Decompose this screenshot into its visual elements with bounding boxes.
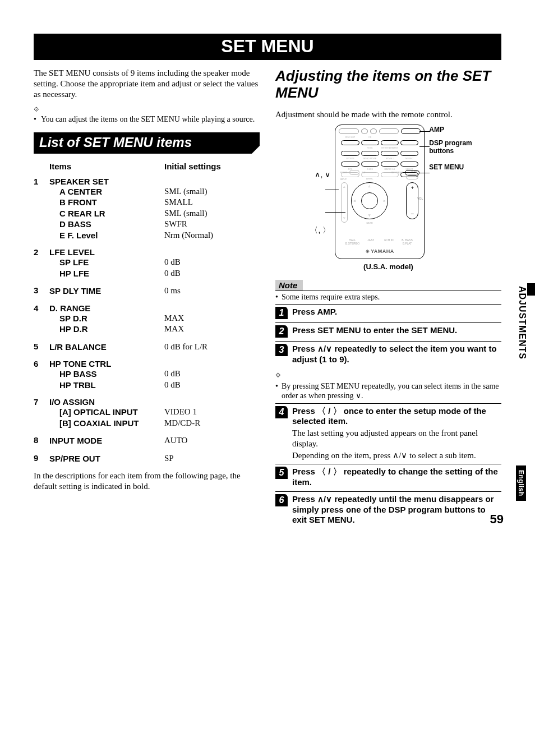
menu-item: 7I/O ASSIGN[A] OPTICAL INPUTVIDEO 1[B] C… [34,397,260,428]
remote-amp-label: AMP [429,126,472,133]
sub-item-label: A CENTER [49,186,164,197]
item-number: 8 [34,435,49,446]
item-value: 0 dB for L/R [164,342,260,353]
menu-item: 9SP/PRE OUTSP [34,453,260,464]
sub-item-value: MD/CD-R [164,418,260,429]
hint-text-2: By pressing SET MENU repeatedly, you can… [282,381,501,401]
hint-icon: ⟐ [34,104,39,113]
sub-item-value: SML (small) [164,208,260,219]
hint-text: You can adjust the items on the SET MENU… [41,114,255,125]
step-number-badge: 2 [275,325,288,338]
remote-amp-btn [401,128,421,134]
remote-figure: ∧, ∨ 〈, 〉 DISC SKIPCD [275,125,501,259]
menu-item: 2LFE LEVELSP LFE0 dBHP LFE0 dB [34,247,260,279]
sub-item-label: SP LFE [49,257,164,268]
arrow-ud-label: ∧, ∨ [315,170,330,179]
sub-item-value: SWFR [164,219,260,230]
item-number: 9 [34,453,49,464]
note-label: Note [275,280,303,291]
item-number: 4 [34,303,49,335]
step-subtext: The last setting you adjusted appears on… [292,428,501,449]
step-number-badge: 3 [275,344,288,356]
nav-symbol: ∧/∨ [393,451,407,460]
remote-dpad: LEVEL ▵ ▿ ◃ ▹ MUTE [351,182,388,219]
item-value: 0 ms [164,285,260,297]
step-number-badge: 6 [275,494,288,506]
bullet-dot: • [34,114,36,125]
item-number: 1 [34,177,49,241]
sub-item-value: VIDEO 1 [164,407,260,418]
instruction-step: 4Press 〈 / 〉 once to enter the setup mod… [275,404,501,465]
item-title: INPUT MODE [49,435,164,446]
side-lang-tab: English [516,465,526,501]
sub-item-value: Nrm (Normal) [164,230,260,241]
sub-item-label: C REAR LR [49,208,164,219]
instruction-step: 2Press SET MENU to enter the SET MENU. [275,323,501,342]
sub-item-value: 0 dB [164,257,260,268]
bullet-dot: • [275,381,278,401]
step-text: Press 〈 / 〉 once to enter the setup mode… [292,406,501,427]
intro-paragraph: The SET MENU consists of 9 items includi… [34,68,260,99]
model-caption: (U.S.A. model) [275,262,501,271]
hint-icon: ⟐ [275,370,281,379]
instruction-step: 5Press 〈 / 〉 repeatedly to change the se… [275,464,501,492]
nav-symbol: ∧/∨ [317,494,332,504]
instruction-step: 3Press ∧/∨ repeatedly to select the item… [275,342,501,368]
remote-btn [379,128,399,134]
item-title: SPEAKER SET [49,177,260,186]
remote-setmenu-label: SET MENU [429,163,472,171]
remote-btn [370,128,377,134]
item-title: D. RANGE [49,303,260,313]
item-value: SP [164,453,260,464]
step-text: Press 〈 / 〉 repeatedly to change the set… [292,467,501,488]
menu-item: 8INPUT MODEAUTO [34,435,260,446]
step-number-badge: 4 [275,406,288,418]
menu-item: 3SP DLY TIME0 ms [34,285,260,297]
closing-paragraph: In the descriptions for each item from t… [34,471,260,492]
item-title: SP DLY TIME [49,285,164,297]
col-header-items: Items [49,162,164,171]
item-number: 5 [34,342,49,353]
remote-outline: DISC SKIPCD ROCKENTERTAINMENT SPORTSMONO… [335,125,425,259]
item-title: HP TONE CTRL [49,359,260,368]
nav-symbol: 〈 / 〉 [317,467,342,476]
remote-btn [361,128,368,134]
menu-item: 5L/R BALANCE0 dB for L/R [34,342,260,353]
sub-item-label: HP LFE [49,268,164,279]
sub-item-label: B FRONT [49,197,164,208]
item-title: L/R BALANCE [49,342,164,353]
remote-vol: + – [406,182,418,219]
step-text: Press SET MENU to enter the SET MENU. [292,325,501,336]
sub-item-value: SMALL [164,197,260,208]
remote-logo: YAMAHA [335,248,424,254]
sub-item-value: 0 dB [164,368,260,380]
sub-item-value: 0 dB [164,268,260,279]
nav-symbol: 〈 / 〉 [317,406,342,416]
adjust-intro: Adjustment should be made with the remot… [275,109,501,120]
item-value: AUTO [164,435,260,446]
nav-symbol: ∧/∨ [317,344,332,353]
step-number-badge: 5 [275,467,288,479]
step-text: Press ∧/∨ repeatedly until the menu disa… [292,494,501,525]
sub-item-value: MAX [164,313,260,324]
bullet-dot: • [275,292,278,302]
arrow-lr-label: 〈, 〉 [310,225,330,236]
item-number: 6 [34,359,49,390]
sub-item-label: [A] OPTICAL INPUT [49,407,164,418]
side-tab: ADJUSTMENTS [517,286,527,359]
instruction-step: 1Press AMP. [275,305,501,323]
menu-item: 4D. RANGESP D.RMAXHP D.RMAX [34,303,260,335]
col-header-initial: Initial settings [164,162,260,171]
sub-item-label: HP BASS [49,368,164,380]
page-title: SET MENU [34,34,501,60]
item-title: LFE LEVEL [49,247,260,257]
sub-item-label: [B] COAXIAL INPUT [49,418,164,429]
menu-item: 6HP TONE CTRLHP BASS0 dBHP TRBL0 dB [34,359,260,390]
instruction-step: 6Press ∧/∨ repeatedly until the menu dis… [275,492,501,529]
step-subtext: Depending on the item, press ∧/∨ to sele… [292,450,501,461]
sub-item-value: 0 dB [164,380,260,391]
remote-dsp-label: DSP program [429,139,472,147]
sub-item-label: SP D.R [49,313,164,324]
sub-item-value: SML (small) [164,186,260,197]
item-number: 7 [34,397,49,428]
